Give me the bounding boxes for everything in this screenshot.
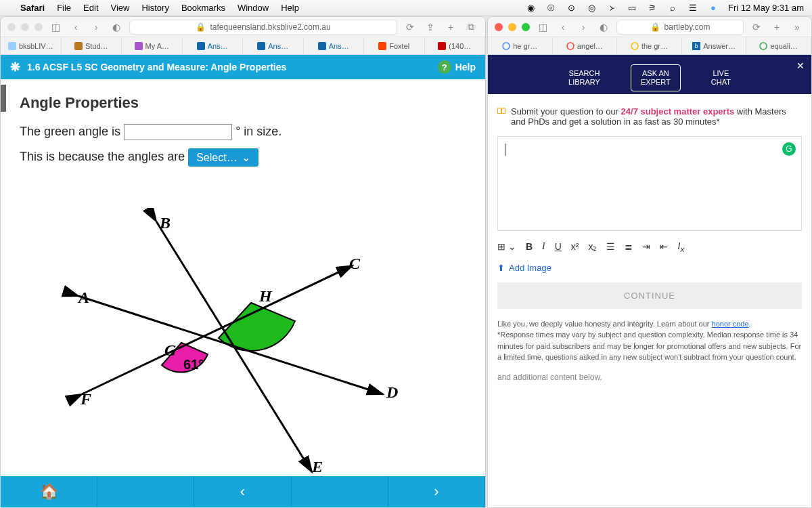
blank-nav-2[interactable] — [292, 476, 388, 507]
favicon — [74, 42, 83, 50]
menu-window[interactable]: Window — [238, 3, 269, 13]
next-button[interactable]: › — [388, 476, 485, 507]
url-text: tafequeensland.bksblive2.com.au — [210, 22, 330, 32]
italic-button[interactable]: I — [542, 241, 545, 252]
app-name[interactable]: Safari — [20, 3, 45, 13]
upload-icon: ⬆ — [497, 263, 505, 273]
angle-reason-select[interactable]: Select… ⌄ — [188, 148, 258, 167]
tab[interactable]: My A… — [122, 37, 183, 54]
tab[interactable]: Foxtel — [364, 37, 425, 54]
tab[interactable]: equali… — [746, 37, 811, 54]
tab[interactable]: Ans… — [183, 37, 244, 54]
user-icon[interactable]: ● — [708, 3, 719, 14]
address-bar[interactable]: 🔒 tafequeensland.bksblive2.com.au — [129, 20, 397, 35]
indent-button[interactable]: ⇥ — [642, 241, 650, 252]
address-bar[interactable]: 🔒 bartleby.com — [616, 20, 744, 35]
tab[interactable]: Stud… — [62, 37, 122, 54]
minimize-window-icon[interactable] — [21, 23, 29, 31]
menu-history[interactable]: History — [141, 3, 168, 13]
home-icon: 🏠 — [40, 483, 58, 501]
clock[interactable]: Fri 12 May 9:31 am — [728, 3, 804, 13]
superscript-button[interactable]: x² — [571, 241, 579, 252]
sidebar-icon[interactable]: ◫ — [48, 20, 63, 35]
share-icon[interactable]: ⇪ — [423, 20, 438, 35]
close-window-icon[interactable] — [495, 23, 503, 31]
question-textarea[interactable]: G — [497, 136, 802, 231]
angle-size-input[interactable] — [124, 124, 232, 140]
bold-button[interactable]: B — [526, 241, 533, 252]
menu-bookmarks[interactable]: Bookmarks — [181, 3, 225, 13]
text-cursor — [505, 144, 505, 156]
favicon — [257, 42, 265, 50]
titlebar-right: ◫ ‹ › ◐ 🔒 bartleby.com ⟳ + » — [488, 17, 811, 37]
blank-nav-1[interactable] — [97, 476, 194, 507]
shield-icon[interactable]: ◐ — [596, 20, 611, 35]
tabs-overflow-icon[interactable]: » — [790, 20, 805, 35]
help-button[interactable]: ? Help — [438, 60, 476, 74]
lesson-title: 1.6 ACSF L5 SC Geometry and Measure: Ang… — [27, 62, 286, 72]
close-window-icon[interactable] — [7, 23, 16, 31]
svg-point-12 — [503, 43, 510, 49]
tab[interactable]: Ans… — [304, 37, 365, 54]
reload-icon[interactable]: ⟳ — [403, 20, 418, 35]
control-center-icon[interactable]: ☰ — [687, 3, 698, 14]
maximize-window-icon[interactable] — [35, 23, 43, 31]
maximize-window-icon[interactable] — [522, 23, 530, 31]
safari-window-left: ◫ ‹ › ◐ 🔒 tafequeensland.bksblive2.com.a… — [0, 16, 486, 508]
page-title: Angle Properties — [20, 94, 466, 112]
tab[interactable]: (140… — [425, 37, 486, 54]
minimize-window-icon[interactable] — [508, 23, 516, 31]
outdent-button[interactable]: ⇤ — [660, 241, 668, 252]
battery-icon[interactable]: ▭ — [627, 3, 637, 14]
chevron-right-icon: › — [434, 483, 438, 501]
tabs-icon[interactable]: ⧉ — [464, 20, 478, 35]
new-tab-icon[interactable]: + — [443, 20, 458, 35]
menu-help[interactable]: Help — [281, 3, 299, 13]
tab-search-library[interactable]: SEARCH LIBRARY — [558, 64, 610, 91]
honor-code-link[interactable]: honor code — [712, 320, 749, 328]
menu-edit[interactable]: Edit — [83, 3, 98, 13]
status-icon[interactable]: ◉ — [525, 3, 536, 14]
google-favicon — [631, 42, 639, 50]
bartleby-favicon: b — [692, 42, 700, 50]
back-icon[interactable]: ‹ — [556, 20, 570, 35]
home-button[interactable]: 🏠 — [1, 476, 97, 507]
play-icon[interactable]: ⊙ — [566, 3, 577, 14]
sidebar-icon[interactable]: ◫ — [535, 20, 550, 35]
new-tab-icon[interactable]: + — [769, 20, 784, 35]
tab[interactable]: bAnswer… — [682, 37, 747, 54]
underline-button[interactable]: U — [555, 241, 562, 252]
grammarly-icon[interactable]: G — [782, 142, 796, 156]
shield-icon[interactable]: ◐ — [109, 20, 124, 35]
tab-ask-expert[interactable]: ASK AN EXPERT — [631, 64, 681, 91]
reload-icon[interactable]: ⟳ — [749, 20, 764, 35]
angle-diagram: A B C D E F G H 61° — [41, 208, 420, 482]
numbered-list-button[interactable]: ≣ — [625, 241, 633, 252]
favicon — [8, 42, 16, 50]
add-image-button[interactable]: ⬆ Add Image — [497, 263, 802, 273]
tab[interactable]: angel… — [553, 37, 618, 54]
bullet-list-button[interactable]: ☰ — [606, 241, 615, 252]
tab[interactable]: Ans… — [243, 37, 304, 54]
subscript-button[interactable]: x₂ — [588, 241, 597, 252]
clear-format-button[interactable]: Ix — [677, 240, 684, 253]
forward-icon[interactable]: › — [89, 20, 104, 35]
search-icon[interactable]: ⌕ — [667, 3, 678, 14]
bluetooth-icon[interactable]: ᚛ — [606, 3, 617, 14]
tab-live-chat[interactable]: LIVE CHAT — [701, 64, 741, 91]
menu-view[interactable]: View — [111, 3, 130, 13]
format-toolbar: ⊞ ⌄ B I U x² x₂ ☰ ≣ ⇥ ⇤ Ix — [497, 240, 802, 253]
wifi-icon[interactable]: ⚞ — [647, 3, 658, 14]
table-icon[interactable]: ⊞ ⌄ — [497, 241, 516, 252]
back-icon[interactable]: ‹ — [68, 20, 83, 35]
tab[interactable]: he gr… — [488, 37, 553, 54]
forward-icon[interactable]: › — [576, 20, 591, 35]
tab[interactable]: the gr… — [617, 37, 682, 54]
menu-file[interactable]: File — [57, 3, 71, 13]
continue-button[interactable]: CONTINUE — [497, 282, 802, 309]
airdrop-icon[interactable]: ◎ — [586, 3, 597, 14]
record-icon[interactable]: ⦾ — [545, 3, 556, 14]
tab[interactable]: bksbLIV… — [1, 37, 62, 54]
google-favicon — [502, 42, 510, 50]
prev-button[interactable]: ‹ — [194, 476, 291, 507]
